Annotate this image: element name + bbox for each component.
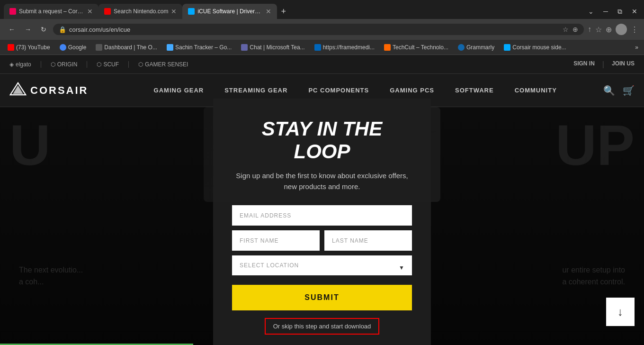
email-field[interactable] — [232, 205, 412, 226]
bookmark-corsair[interactable]: Corsair mouse side... — [500, 43, 570, 52]
location-select[interactable]: SELECT LOCATION United States United Kin… — [232, 255, 412, 275]
bookmark-youtube[interactable]: (73) YouTube — [4, 43, 54, 52]
download-widget[interactable]: ↓ — [606, 298, 635, 326]
utility-brands: ◈ elgato ⬡ ORIGIN ⬡ SCUF ⬡ GAMER SENSEI — [9, 61, 197, 68]
browser-chrome: Submit a request – Corsair ✕ Search Nint… — [0, 0, 644, 55]
modal-subtitle: Sign up and be the first to know about e… — [232, 171, 412, 192]
elgato-label: elgato — [16, 61, 31, 68]
tab-2-close[interactable]: ✕ — [171, 8, 177, 15]
address-bar-actions: ↑ ☆ ⊕ ⋮ — [588, 24, 638, 35]
bookmark-google[interactable]: Google — [56, 43, 90, 52]
scuf-icon: ⬡ — [97, 61, 101, 68]
search-icon[interactable]: 🔍 — [603, 85, 615, 96]
address-bar: ← → ↻ 🔒 corsair.com/us/en/icue ☆ ⊕ ↑ ☆ ⊕… — [0, 19, 644, 40]
submit-button[interactable]: SUBMIT — [232, 285, 412, 310]
bookmark-teams-label: Chat | Microsoft Tea... — [250, 44, 304, 51]
bookmark-dashboard[interactable]: Dashboard | The O... — [92, 43, 161, 52]
back-button[interactable]: ← — [6, 25, 18, 34]
share-icon[interactable]: ↑ — [588, 25, 591, 34]
bookmark-dashboard-label: Dashboard | The O... — [104, 44, 157, 51]
extensions-puzzle-icon[interactable]: ⊕ — [606, 25, 612, 34]
bookmarks-bar: (73) YouTube Google Dashboard | The O...… — [0, 40, 644, 55]
url-box[interactable]: 🔒 corsair.com/us/en/icue ☆ ⊕ — [53, 24, 584, 35]
elgato-icon: ◈ — [9, 61, 14, 68]
bookmark-framed[interactable]: https://framedmedi... — [311, 43, 378, 52]
tab-1-favicon — [9, 8, 16, 15]
scuf-brand[interactable]: ⬡ SCUF — [97, 61, 129, 68]
youtube-favicon — [8, 44, 14, 51]
first-name-field[interactable] — [232, 230, 320, 251]
nav-gaming-gear[interactable]: GAMING GEAR — [143, 74, 215, 107]
sign-in-button[interactable]: SIGN IN — [573, 60, 595, 69]
refresh-button[interactable]: ↻ — [38, 25, 49, 34]
gamer-sensei-icon: ⬡ — [138, 61, 143, 68]
bookmark-sachin[interactable]: Sachin Tracker – Go... — [163, 43, 235, 52]
restore-icon[interactable]: ⧉ — [615, 8, 625, 16]
bookmark-grammarly-label: Grammarly — [466, 44, 494, 51]
utility-auth: SIGN IN | JOIN US — [573, 60, 635, 69]
tab-bar: Submit a request – Corsair ✕ Search Nint… — [0, 0, 644, 19]
name-row — [232, 230, 412, 251]
nav-software[interactable]: SOFTWARE — [445, 74, 504, 107]
corsair-logo-icon — [9, 82, 27, 99]
origin-label: ORIGIN — [57, 61, 78, 68]
svg-marker-1 — [13, 85, 23, 94]
tab-2[interactable]: Search Nintendo.com ✕ — [98, 4, 182, 19]
lock-icon: 🔒 — [59, 26, 66, 33]
bookmark-grammarly[interactable]: Grammarly — [454, 43, 498, 52]
nav-actions: 🔍 🛒 — [603, 85, 635, 96]
minimize-icon[interactable]: ─ — [600, 8, 611, 16]
utility-bar: ◈ elgato ⬡ ORIGIN ⬡ SCUF ⬡ GAMER SENSEI … — [0, 55, 644, 74]
profile-avatar[interactable] — [616, 24, 627, 35]
forward-button[interactable]: → — [22, 25, 34, 34]
bookmark-techcult[interactable]: TechCult – Technolo... — [380, 43, 452, 52]
bookmark-teams[interactable]: Chat | Microsoft Tea... — [237, 43, 308, 52]
website: ◈ elgato ⬡ ORIGIN ⬡ SCUF ⬡ GAMER SENSEI … — [0, 55, 644, 345]
bookmark-youtube-label: (73) YouTube — [16, 44, 50, 51]
bg-text-right: UP — [555, 117, 644, 173]
chevron-down-icon[interactable]: ⌄ — [585, 8, 597, 16]
star-icon[interactable]: ☆ — [563, 26, 569, 33]
page-background: U UP The next evolutio... a coh... ur en… — [0, 107, 644, 345]
url-text: corsair.com/us/en/icue — [69, 26, 560, 33]
bookmark-icon[interactable]: ☆ — [595, 25, 602, 34]
tab-3-favicon — [188, 8, 195, 15]
origin-brand[interactable]: ⬡ ORIGIN — [51, 61, 88, 68]
bookmark-techcult-label: TechCult – Technolo... — [393, 44, 448, 51]
origin-icon: ⬡ — [51, 61, 55, 68]
bookmark-google-label: Google — [68, 44, 87, 51]
bookmark-framed-label: https://framedmedi... — [323, 44, 375, 51]
tab-1-close[interactable]: ✕ — [87, 8, 93, 15]
menu-icon[interactable]: ⋮ — [631, 25, 638, 34]
last-name-field[interactable] — [324, 230, 412, 251]
bg-subtext-right: ur entire setup into a coherent control. — [445, 264, 625, 288]
elgato-brand[interactable]: ◈ elgato — [9, 61, 41, 68]
gamer-sensei-brand[interactable]: ⬡ GAMER SENSEI — [138, 61, 197, 68]
url-icons: ☆ ⊕ — [563, 26, 578, 33]
modal-title: STAY IN THE LOOP — [232, 118, 412, 163]
nav-community[interactable]: COMMUNITY — [504, 74, 567, 107]
logo[interactable]: CORSAIR — [9, 82, 88, 99]
tab-1[interactable]: Submit a request – Corsair ✕ — [4, 4, 98, 19]
bookmark-sachin-label: Sachin Tracker – Go... — [175, 44, 232, 51]
bookmark-corsair-label: Corsair mouse side... — [512, 44, 566, 51]
bookmarks-overflow[interactable]: » — [633, 43, 640, 52]
bg-text-left: U — [0, 117, 51, 173]
tab-2-title: Search Nintendo.com — [114, 8, 168, 15]
skip-download-link[interactable]: Or skip this step and start download — [265, 318, 380, 335]
window-controls: ⌄ ─ ⧉ ✕ — [585, 8, 640, 16]
new-tab-button[interactable]: + — [277, 7, 290, 17]
close-icon[interactable]: ✕ — [629, 8, 640, 16]
tab-1-title: Submit a request – Corsair — [19, 8, 84, 15]
join-us-button[interactable]: JOIN US — [612, 60, 635, 69]
tab-3-close[interactable]: ✕ — [266, 8, 271, 15]
tab-2-favicon — [104, 8, 111, 15]
framed-favicon — [314, 44, 321, 51]
corsair-favicon — [504, 44, 510, 51]
teams-favicon — [241, 44, 248, 51]
tab-3[interactable]: iCUE Software | Drivers | Softwar… ✕ — [182, 4, 277, 19]
extensions-icon[interactable]: ⊕ — [572, 26, 578, 33]
location-wrapper: SELECT LOCATION United States United Kin… — [232, 255, 412, 280]
cart-icon[interactable]: 🛒 — [623, 85, 635, 96]
scuf-label: SCUF — [103, 61, 119, 68]
